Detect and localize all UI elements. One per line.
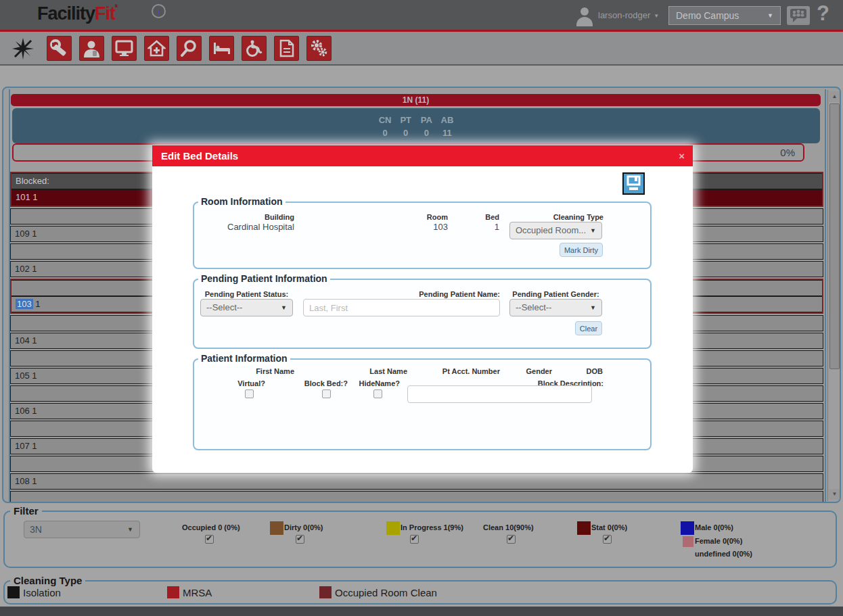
scrollbar-thumb[interactable]: [829, 103, 840, 369]
isolation-label: Isolation: [23, 587, 61, 598]
vertical-scrollbar[interactable]: ▲ ▼: [827, 90, 840, 501]
dob-label: DOB: [535, 367, 603, 375]
info-icon[interactable]: i: [152, 4, 166, 18]
bed-row-empty[interactable]: [10, 491, 823, 503]
mrsa-label: MRSA: [183, 587, 212, 598]
filter-clean-label: Clean 10(90%): [483, 523, 534, 531]
block-bed-checkbox[interactable]: [322, 389, 331, 398]
campus-select[interactable]: Demo Campus: [668, 6, 781, 25]
document-icon: [277, 39, 296, 57]
clear-button[interactable]: Clear: [575, 321, 602, 335]
filter-dirty-checkbox[interactable]: [296, 535, 304, 544]
unit-filter-select[interactable]: 3N: [24, 521, 140, 538]
close-icon[interactable]: ×: [679, 145, 685, 166]
bed-row-108[interactable]: 108 1: [10, 473, 823, 490]
unit-stats-box: CN PT PA AB 0 0 0 11: [12, 108, 820, 143]
hide-name-checkbox[interactable]: [373, 389, 382, 398]
filter-clean-checkbox[interactable]: [507, 535, 516, 544]
bed-label: Bed: [432, 213, 499, 221]
isolation-swatch: [7, 586, 20, 598]
edit-bed-details-modal: Edit Bed Details × Room Information Buil…: [152, 145, 693, 473]
block-description-input[interactable]: [407, 385, 592, 403]
user-avatar-icon: [574, 6, 595, 26]
help-button[interactable]: ?: [817, 1, 829, 26]
unit-header[interactable]: 1N (11): [11, 94, 821, 106]
wheelchair-icon: [245, 39, 263, 57]
filter-stat-label: Stat 0(0%): [591, 523, 627, 531]
modal-title: Edit Bed Details: [152, 145, 693, 166]
bed-button[interactable]: [209, 36, 234, 61]
filter-occupied-checkbox[interactable]: [205, 535, 214, 544]
logo-facility: Facility: [37, 3, 95, 24]
filter-inprogress-checkbox[interactable]: [410, 535, 419, 544]
filter-fieldset: Filter 3N Occupied 0 (0%) Dirty 0(0%) In…: [3, 511, 837, 568]
cleaning-type-label: Cleaning Type: [509, 213, 603, 221]
pending-status-select[interactable]: --Select--: [200, 299, 293, 316]
cleaning-type-legend: Cleaning Type: [10, 575, 85, 586]
app-header: FacilityFitᵗᵏ i larson-rodger Demo Campu…: [0, 0, 843, 30]
logo-fit: Fit: [95, 3, 115, 24]
monitor-button[interactable]: [112, 36, 137, 61]
person-icon: [83, 39, 101, 57]
compass-icon[interactable]: [11, 37, 35, 61]
filter-female-swatch: [683, 536, 693, 547]
filter-female-label: Female 0(0%): [695, 537, 742, 545]
stat-col-pa: PA: [417, 115, 436, 125]
home-plus-icon: [147, 39, 166, 57]
building-label: Building: [194, 213, 294, 221]
filter-occupied-label: Occupied 0 (0%): [182, 523, 240, 531]
bed-icon: [212, 39, 231, 57]
patient-information-section: Patient Information First Name Last Name…: [193, 358, 652, 450]
pending-name-label: Pending Patient Name:: [365, 290, 500, 298]
bed-value: 1: [432, 222, 499, 232]
save-disk-icon: [624, 174, 643, 193]
filter-stat-swatch: [577, 521, 591, 535]
save-button[interactable]: [622, 172, 645, 195]
stat-val-cn: 0: [376, 128, 394, 138]
selected-room-number: 103: [16, 299, 33, 309]
bottom-bar: [0, 607, 843, 616]
occupied-room-clean-swatch: [319, 586, 332, 598]
filter-stat-checkbox[interactable]: [603, 535, 612, 544]
last-name-label: Last Name: [340, 367, 407, 375]
reports-button[interactable]: [274, 36, 299, 61]
stat-val-ab: 11: [438, 128, 456, 138]
cleaning-type-select[interactable]: Occupied Room...: [509, 222, 602, 239]
stat-val-pa: 0: [417, 128, 436, 138]
pending-patient-legend: Pending Patient Information: [198, 273, 330, 284]
pending-gender-label: Pending Patient Gender:: [509, 290, 602, 298]
filter-inprogress-swatch: [386, 521, 400, 535]
room-information-legend: Room Information: [198, 196, 286, 207]
patient-information-legend: Patient Information: [198, 353, 290, 364]
filter-male-swatch: [681, 521, 694, 535]
filter-inprogress-label: In Progress 1(9%): [401, 523, 463, 531]
gears-icon: [310, 39, 328, 57]
occupied-room-clean-label: Occupied Room Clean: [335, 587, 437, 598]
home-button[interactable]: [144, 36, 169, 61]
maintenance-button[interactable]: [47, 36, 72, 61]
scroll-up-arrow[interactable]: ▲: [829, 91, 840, 102]
wheelchair-button[interactable]: [242, 36, 267, 61]
stat-col-cn: CN: [376, 115, 394, 125]
first-name-label: First Name: [194, 367, 294, 375]
pending-name-input[interactable]: [303, 299, 500, 316]
room-information-section: Room Information Building Cardinal Hospi…: [193, 202, 652, 269]
wrench-icon: [50, 39, 68, 57]
user-menu[interactable]: larson-rodger: [598, 10, 659, 20]
chat-people-icon: [790, 8, 807, 23]
pending-status-label: Pending Patient Status:: [200, 290, 293, 298]
toolbar: [0, 32, 843, 66]
stat-col-pt: PT: [396, 115, 415, 125]
virtual-label: Virtual?: [198, 379, 265, 387]
mark-dirty-button[interactable]: Mark Dirty: [560, 243, 603, 257]
filter-undefined-label: undefined 0(0%): [695, 550, 752, 558]
filter-dirty-swatch: [270, 521, 283, 535]
pending-gender-select[interactable]: --Select--: [509, 299, 602, 316]
search-button[interactable]: [177, 36, 202, 61]
settings-button[interactable]: [306, 36, 332, 61]
staff-button[interactable]: [79, 36, 104, 61]
chat-people-button[interactable]: [787, 6, 810, 25]
scroll-down-arrow[interactable]: ▼: [829, 489, 840, 500]
virtual-checkbox[interactable]: [245, 389, 254, 398]
hide-name-label: HideName?: [332, 379, 400, 387]
